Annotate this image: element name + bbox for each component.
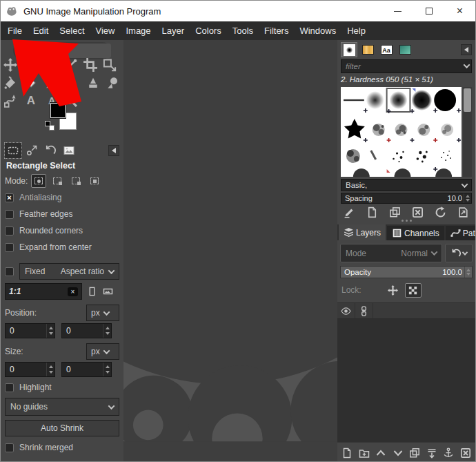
tab-device-status[interactable] [23,143,40,158]
tab-channels[interactable]: Channels [387,226,444,240]
landscape-button[interactable] [102,286,114,297]
dock-resize-grip[interactable] [337,218,475,223]
lock-pixels-button[interactable] [365,283,381,298]
default-colors-icon[interactable] [45,121,56,132]
size-width-field[interactable]: 0 [5,362,55,377]
maximize-button[interactable] [413,1,444,21]
mode-replace-button[interactable] [31,174,46,188]
brush-filter-input[interactable] [341,59,472,73]
shrink-merged-checkbox[interactable] [5,443,14,452]
tool-pencil[interactable] [45,58,59,72]
lock-position-button[interactable] [385,283,401,298]
duplicate-layer-icon[interactable] [409,447,420,459]
spinner[interactable] [103,363,111,376]
tool-clone[interactable] [86,76,100,90]
anchor-layer-icon[interactable] [443,447,454,459]
visibility-column[interactable] [337,303,355,318]
size-unit-dropdown[interactable]: px [86,343,119,360]
menu-select[interactable]: Select [54,21,90,40]
mode-add-button[interactable] [50,174,65,188]
delete-brush-icon[interactable] [412,206,424,218]
tool-paths[interactable] [3,94,17,108]
close-button[interactable]: × [444,1,475,21]
tool-text[interactable]: A [24,94,38,108]
new-layer-icon[interactable] [341,447,353,459]
position-y-field[interactable]: 0 [61,323,112,338]
fixed-checkbox[interactable] [5,267,14,276]
refresh-brushes-icon[interactable] [435,206,446,218]
raise-layer-icon[interactable] [375,447,386,459]
spinner[interactable] [46,324,54,338]
merge-down-icon[interactable] [426,447,437,459]
lock-alpha-button[interactable] [405,283,422,298]
expand-from-center-checkbox[interactable] [5,243,14,252]
menu-help[interactable]: Help [341,21,371,40]
scrollbar-thumb[interactable] [464,88,471,112]
tab-undo-history[interactable] [42,143,59,158]
tab-patterns[interactable] [359,42,376,57]
tool-move[interactable] [3,58,17,72]
canvas-area[interactable] [123,40,337,462]
menu-file[interactable]: File [2,21,28,40]
mode-intersect-button[interactable] [87,174,102,188]
tab-layers[interactable]: Layers [339,224,386,240]
menu-colors[interactable]: Colors [190,21,227,40]
edit-brush-icon[interactable] [344,206,355,218]
delete-layer-icon[interactable] [460,447,471,459]
opacity-spinner[interactable] [464,267,472,278]
position-x-field[interactable]: 0 [5,323,55,338]
size-height-field[interactable]: 0 [61,362,112,377]
rounded-corners-checkbox[interactable] [5,227,14,235]
menu-image[interactable]: Image [120,21,156,40]
panel-menu-button[interactable] [461,44,472,55]
menu-view[interactable]: View [90,21,121,40]
spinner[interactable] [103,324,111,338]
auto-shrink-button[interactable]: Auto Shrink [5,420,119,436]
ratio-entry[interactable]: 1:1 × [5,283,82,300]
menu-edit[interactable]: Edit [28,21,54,40]
minimize-button[interactable] [382,1,413,21]
feather-edges-checkbox[interactable] [5,210,14,219]
new-layer-group-icon[interactable] [359,447,370,459]
foreground-color-swatch[interactable] [50,103,66,118]
swap-colors-icon[interactable] [69,102,78,110]
tool-transform[interactable] [103,58,117,72]
spinner[interactable] [46,363,54,376]
menu-tools[interactable]: Tools [227,21,259,40]
position-unit-dropdown[interactable]: px [86,305,119,321]
fixed-aspect-combo[interactable]: Fixed Aspect ratio [19,263,119,280]
open-brush-icon[interactable] [457,206,469,218]
tool-bucket-fill[interactable] [3,76,17,90]
menu-filters[interactable]: Filters [259,21,294,40]
brush-grid[interactable] [337,87,475,177]
tool-smudge[interactable] [106,76,119,90]
tool-measure[interactable] [64,58,78,72]
brush-grid-scrollbar[interactable] [463,87,472,177]
clear-icon[interactable]: × [68,287,78,296]
tool-gradient[interactable] [45,76,59,90]
mode-subtract-button[interactable] [68,174,83,188]
tab-brushes[interactable] [341,42,357,57]
brush-group-dropdown[interactable]: Basic, [341,179,472,191]
tab-fonts[interactable]: Aa [378,42,395,57]
menu-layer[interactable]: Layer [157,21,190,40]
tab-paths[interactable]: Paths [446,226,476,240]
mode-switch-button[interactable] [445,244,473,262]
highlight-checkbox[interactable] [5,383,14,392]
spacing-spinner[interactable] [464,193,471,203]
guides-dropdown[interactable]: No guides [5,398,119,416]
link-column[interactable] [355,303,373,318]
tab-gradients[interactable] [397,42,413,57]
layer-mode-dropdown[interactable]: Mode Normal [340,244,442,262]
panel-menu-button[interactable] [108,145,119,156]
spacing-slider[interactable]: Spacing 10.0 [341,193,472,204]
portrait-button[interactable] [87,286,97,297]
tool-eraser[interactable] [24,76,38,90]
opacity-slider[interactable]: Opacity 100.0 [340,266,473,278]
antialiasing-checkbox[interactable]: × [5,193,14,202]
tab-tool-options[interactable] [5,143,21,158]
duplicate-brush-icon[interactable] [389,206,401,218]
menu-windows[interactable]: Windows [294,21,341,40]
tool-paintbrush[interactable] [24,58,38,72]
lower-layer-icon[interactable] [393,447,404,459]
